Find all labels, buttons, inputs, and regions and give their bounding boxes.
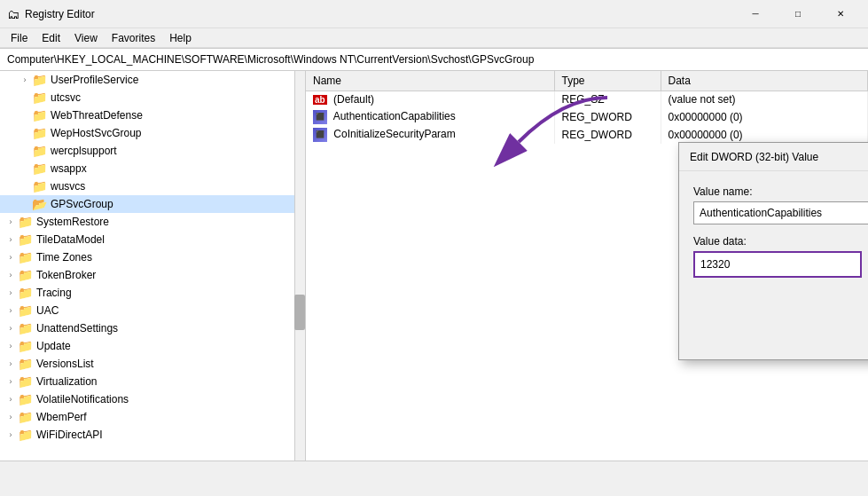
tree-scrollbar[interactable] — [294, 71, 305, 478]
tree-item-wsappx[interactable]: 📁 wsappx — [0, 160, 305, 177]
tree-item-wifidirectapi[interactable]: › 📁 WiFiDirectAPI — [0, 426, 305, 444]
table-row[interactable]: ⬛ CoInitializeSecurityParam REG_DWORD 0x… — [306, 126, 868, 144]
folder-icon: 📁 — [18, 321, 33, 335]
folder-icon: 📁 — [32, 126, 47, 140]
expander-icon: › — [4, 253, 18, 262]
tree-item-label: WiFiDirectAPI — [36, 429, 103, 441]
expander-icon: › — [4, 217, 18, 226]
tree-item-label: Update — [36, 340, 71, 352]
main-content: › 📁 UserProfileService 📁 utcsvc 📁 WebThr… — [0, 71, 868, 478]
tree-item-tiledatamodel[interactable]: › 📁 TileDataModel — [0, 231, 305, 248]
tree-item-tokenbroker[interactable]: › 📁 TokenBroker — [0, 266, 305, 284]
folder-icon: 📁 — [18, 392, 33, 406]
tree-item-label: WebThreatDefense — [51, 109, 143, 122]
address-path: Computer\HKEY_LOCAL_MACHINE\SOFTWARE\Mic… — [7, 53, 534, 66]
expander-icon: › — [18, 75, 32, 84]
table-row[interactable]: ab (Default) REG_SZ (value not set) — [306, 91, 868, 108]
expander-icon: › — [4, 324, 18, 333]
row-data: (value not set) — [661, 91, 868, 108]
tree-item-wercplsupport[interactable]: 📁 wercplsupport — [0, 142, 305, 160]
tree-item-virtualization[interactable]: › 📁 Virtualization — [0, 373, 305, 390]
tree-item-label: SystemRestore — [36, 216, 109, 228]
expander-icon: › — [4, 288, 18, 297]
title-bar-text: Registry Editor — [25, 8, 95, 20]
tree-item-gpSvcGroup[interactable]: 📂 GPSvcGroup — [0, 195, 305, 213]
folder-icon: 📁 — [18, 374, 33, 389]
tree-item-unattendsettings[interactable]: › 📁 UnattendSettings — [0, 319, 305, 337]
value-name-input[interactable] — [693, 201, 868, 224]
expander-icon: › — [4, 395, 18, 404]
menu-favorites[interactable]: Favorites — [105, 30, 162, 46]
row-name: ⬛ CoInitializeSecurityParam — [306, 126, 554, 144]
dword-icon: ⬛ — [313, 128, 327, 142]
folder-icon: 📁 — [18, 232, 33, 247]
expander-icon: › — [4, 271, 18, 279]
dialog-body: Value name: Value data: Base Hexadecimal — [679, 171, 868, 359]
value-data-label: Value data: — [693, 235, 862, 248]
tree-item-label: TileDataModel — [36, 233, 105, 246]
folder-icon: 📁 — [18, 428, 33, 442]
minimize-button[interactable]: ─ — [735, 0, 776, 28]
tree-item-userprofileservice[interactable]: › 📁 UserProfileService — [0, 71, 305, 89]
expander-icon: › — [4, 342, 18, 350]
value-data-section: Value data: — [693, 235, 862, 306]
expander-icon: › — [4, 235, 18, 244]
value-data-input[interactable] — [693, 251, 862, 278]
tree-item-volatilenotifications[interactable]: › 📁 VolatileNotifications — [0, 390, 305, 408]
expander-icon: › — [4, 413, 18, 421]
folder-icon: 📁 — [18, 250, 33, 264]
folder-icon: 📁 — [32, 144, 47, 158]
menu-edit[interactable]: Edit — [35, 30, 67, 46]
menu-help[interactable]: Help — [162, 30, 199, 46]
tree-item-wephostsvcgroup[interactable]: 📁 WepHostSvcGroup — [0, 124, 305, 142]
folder-icon: 📁 — [18, 357, 33, 371]
folder-icon: 📁 — [32, 108, 47, 122]
tree-item-label: wsappx — [51, 162, 87, 175]
tree-item-label: Time Zones — [36, 251, 92, 264]
tree-item-utcsvc[interactable]: 📁 utcsvc — [0, 89, 305, 106]
tree-panel: › 📁 UserProfileService 📁 utcsvc 📁 WebThr… — [0, 71, 306, 478]
folder-icon: 📁 — [18, 268, 33, 282]
maximize-button[interactable]: □ — [778, 0, 818, 28]
tree-item-update[interactable]: › 📁 Update — [0, 337, 305, 355]
dialog-data-row: Value data: Base Hexadecimal Decimal — [693, 235, 868, 306]
folder-icon: 📁 — [32, 73, 47, 87]
tree-scrollbar-thumb[interactable] — [294, 295, 305, 330]
folder-icon: 📁 — [18, 339, 33, 353]
dialog-title: Edit DWORD (32-bit) Value — [690, 151, 868, 163]
title-bar: 🗂 Registry Editor ─ □ ✕ — [0, 0, 868, 28]
col-data: Data — [661, 71, 868, 91]
folder-icon: 📁 — [18, 215, 33, 229]
app-icon: 🗂 — [7, 7, 20, 21]
close-button[interactable]: ✕ — [820, 0, 861, 28]
address-bar: Computer\HKEY_LOCAL_MACHINE\SOFTWARE\Mic… — [0, 48, 868, 71]
folder-icon: 📁 — [32, 91, 47, 105]
tree-item-label: UserProfileService — [51, 74, 138, 86]
expander-icon: › — [4, 377, 18, 386]
tree-item-label: VersionsList — [36, 358, 94, 370]
tree-item-uac[interactable]: › 📁 UAC — [0, 302, 305, 319]
tree-item-systemrestore[interactable]: › 📁 SystemRestore — [0, 213, 305, 231]
tree-item-label: Virtualization — [36, 375, 97, 388]
tree-item-label: UnattendSettings — [36, 322, 118, 335]
tree-item-wbemperf[interactable]: › 📁 WbemPerf — [0, 408, 305, 426]
menu-view[interactable]: View — [67, 30, 105, 46]
menu-file[interactable]: File — [4, 30, 35, 46]
folder-icon: 📁 — [32, 161, 47, 176]
dword-icon: ⬛ — [313, 110, 327, 124]
tree-item-webthreatdefense[interactable]: 📁 WebThreatDefense — [0, 106, 305, 124]
tree-item-label: TokenBroker — [36, 269, 96, 281]
row-data: 0x00000000 (0) — [661, 108, 868, 126]
tree-scroll[interactable]: › 📁 UserProfileService 📁 utcsvc 📁 WebThr… — [0, 71, 305, 478]
ab-icon: ab — [313, 95, 327, 105]
tree-item-wusvcs[interactable]: 📁 wusvcs — [0, 177, 305, 195]
tree-item-label: utcsvc — [51, 91, 81, 104]
table-row[interactable]: ⬛ AuthenticationCapabilities REG_DWORD 0… — [306, 108, 868, 126]
dialog-title-bar: Edit DWORD (32-bit) Value ✕ — [679, 143, 868, 171]
tree-item-tracing[interactable]: › 📁 Tracing — [0, 284, 305, 302]
folder-icon: 📁 — [18, 286, 33, 300]
row-type: REG_DWORD — [554, 126, 661, 144]
tree-item-versionslist[interactable]: › 📁 VersionsList — [0, 355, 305, 373]
folder-icon: 📂 — [32, 197, 47, 211]
tree-item-timezones[interactable]: › 📁 Time Zones — [0, 248, 305, 266]
